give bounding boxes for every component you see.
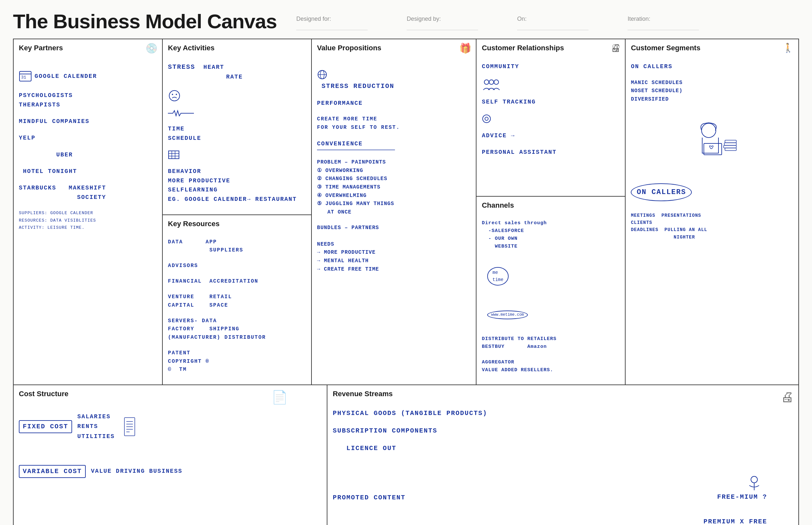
on-field: On: bbox=[517, 16, 589, 30]
document-icon: 📄 bbox=[272, 390, 288, 405]
value-propositions-title: Value Propositions bbox=[317, 44, 470, 52]
iteration-field: Iteration: bbox=[627, 16, 699, 30]
channels-title: Channels bbox=[482, 201, 620, 210]
canvas-bottom-row: Cost Structure 📄 FIXED COST SALARIES REN… bbox=[14, 385, 798, 525]
svg-point-17 bbox=[494, 80, 498, 84]
value-propositions-content: STRESS REDUCTION PERFORMANCE CREATE MORE… bbox=[317, 55, 470, 281]
designed-for-line bbox=[296, 24, 368, 30]
variable-cost-items: VALUE DRIVING BUSINESS bbox=[91, 467, 183, 476]
person-laptop-sketch bbox=[683, 121, 741, 163]
svg-rect-23 bbox=[724, 143, 736, 145]
svg-point-5 bbox=[176, 94, 177, 95]
key-activities-title: Key Activities bbox=[168, 44, 306, 52]
schedule-grid-icon bbox=[168, 150, 179, 159]
divider-line bbox=[317, 149, 395, 151]
cash-register-icon: 🖨 bbox=[781, 390, 794, 404]
key-partners-title: Key Partners bbox=[19, 44, 157, 52]
svg-rect-24 bbox=[724, 145, 736, 148]
stress-face-icon bbox=[168, 89, 181, 102]
page-title: The Business Model Canvas bbox=[13, 10, 277, 33]
key-resources-title: Key Resources bbox=[168, 220, 306, 228]
tracking-icon bbox=[482, 114, 491, 124]
channels-content: Direct sales through -SALESFORCE - OUR O… bbox=[482, 212, 620, 381]
globe-icon bbox=[317, 70, 328, 80]
variable-cost-row: VARIABLE COST VALUE DRIVING BUSINESS bbox=[19, 464, 321, 479]
svg-point-18 bbox=[483, 115, 491, 123]
key-partners-icon: 💿 bbox=[145, 43, 158, 54]
fixed-cost-items: SALARIES RENTS UTILITIES bbox=[77, 412, 115, 441]
iteration-label: Iteration: bbox=[627, 16, 699, 22]
iteration-line bbox=[627, 24, 699, 30]
channels-cell: Channels 🖨 Direct sales through -SALESFO… bbox=[477, 197, 625, 385]
customer-relationships-cell: Customer Relationships ♡ COMMUNITY SELF … bbox=[477, 39, 625, 197]
revenue-streams-title: Revenue Streams bbox=[333, 390, 793, 398]
svg-point-32 bbox=[751, 476, 757, 483]
designed-by-line bbox=[407, 24, 478, 30]
svg-point-15 bbox=[484, 80, 489, 84]
on-callers-bubble-label: ON CALLERS bbox=[631, 183, 692, 201]
svg-point-16 bbox=[489, 80, 494, 84]
header: The Business Model Canvas Designed for: … bbox=[13, 10, 799, 33]
key-activities-cell: Key Activities STRESS HEART RATE TIME SC… bbox=[163, 39, 311, 215]
community-icon bbox=[482, 79, 501, 90]
key-partners-cell: Key Partners 💿 31 GOOGLE CALENDER PSYCHO… bbox=[14, 39, 163, 385]
revenue-streams-content: PHYSICAL GOODS (TANGIBLE PRODUCTS) SUBSC… bbox=[333, 401, 793, 525]
on-line bbox=[517, 24, 589, 30]
on-label: On: bbox=[517, 16, 589, 22]
variable-cost-box: VARIABLE COST bbox=[19, 465, 86, 478]
website-oval-container: www.metime.com bbox=[482, 303, 620, 319]
svg-text:31: 31 bbox=[21, 75, 26, 80]
designed-by-field: Designed by: bbox=[407, 16, 478, 30]
key-activities-content: STRESS HEART RATE TIME SCHEDULE BEHAVIOR… bbox=[168, 55, 306, 211]
svg-point-4 bbox=[172, 94, 173, 95]
calendar-sketch-icon: 31 bbox=[19, 70, 32, 82]
revenue-streams-cell: Revenue Streams 🖨 PHYSICAL GOODS (TANGIB… bbox=[328, 385, 798, 525]
cost-structure-content: FIXED COST SALARIES RENTS UTILITIES VARI… bbox=[19, 401, 321, 497]
key-activities-resources-column: Key Activities STRESS HEART RATE TIME SC… bbox=[163, 39, 312, 385]
svg-point-3 bbox=[169, 91, 179, 101]
fixed-cost-item-salaries: SALARIES bbox=[77, 412, 115, 421]
document-sketch-icon bbox=[123, 417, 136, 436]
svg-point-20 bbox=[701, 123, 716, 138]
svg-rect-6 bbox=[169, 151, 179, 159]
fixed-cost-box: FIXED COST bbox=[19, 420, 72, 433]
header-fields: Designed for: Designed by: On: Iteration… bbox=[296, 16, 799, 30]
fixed-cost-row: FIXED COST SALARIES RENTS UTILITIES bbox=[19, 412, 321, 441]
freemium-block: FREE-MIUM ? PREMIUM X FREE bbox=[693, 461, 767, 525]
page: The Business Model Canvas Designed for: … bbox=[0, 0, 812, 525]
premium-free-label: PREMIUM X FREE bbox=[704, 518, 767, 525]
person-icon: 🚶 bbox=[782, 43, 794, 53]
designed-for-field: Designed for: bbox=[296, 16, 368, 30]
key-resources-content: DATA APP SUPPLIERS ADVISORS FINANCIAL AC… bbox=[168, 231, 306, 381]
me-time-label: me time bbox=[487, 267, 509, 286]
www-metime-label: www.metime.com bbox=[487, 311, 528, 319]
svg-rect-22 bbox=[725, 140, 736, 143]
value-propositions-cell: Value Propositions 🎁 STRESS REDUCTION PE… bbox=[312, 39, 477, 385]
fixed-cost-item-rents: RENTS bbox=[77, 422, 115, 431]
value-props-icon: 🎁 bbox=[459, 43, 471, 54]
customer-rel-channels-column: Customer Relationships ♡ COMMUNITY SELF … bbox=[477, 39, 626, 385]
hand-sketch-icon bbox=[741, 476, 767, 492]
key-resources-cell: Key Resources DATA APP SUPPLIERS ADVISOR… bbox=[163, 215, 311, 385]
cost-structure-cell: Cost Structure 📄 FIXED COST SALARIES REN… bbox=[14, 385, 328, 525]
customer-relationships-content: COMMUNITY SELF TRACKING ADVICE → PERSONA… bbox=[482, 55, 620, 164]
key-partners-content: 31 GOOGLE CALENDER PSYCHOLOGISTS THERAPI… bbox=[19, 55, 157, 239]
free-mium-label: FREE-MIUM ? bbox=[717, 493, 767, 501]
promoted-content-label: PROMOTED CONTENT bbox=[333, 493, 405, 503]
heartrate-icon bbox=[168, 109, 194, 117]
customer-segments-content: ON CALLERS MANIC SCHEDULES NOSET SCHEDUL… bbox=[631, 55, 793, 248]
fixed-cost-item-utilities: UTILITIES bbox=[77, 432, 115, 441]
business-model-canvas: Key Partners 💿 31 GOOGLE CALENDER PSYCHO… bbox=[13, 39, 799, 525]
canvas-top-row: Key Partners 💿 31 GOOGLE CALENDER PSYCHO… bbox=[14, 39, 798, 385]
customer-relationships-title: Customer Relationships bbox=[482, 44, 620, 52]
designed-for-label: Designed for: bbox=[296, 16, 368, 22]
customer-segments-cell: Customer Segments 🚶 ON CALLERS MANIC SCH… bbox=[626, 39, 798, 385]
svg-rect-25 bbox=[725, 148, 736, 151]
promoted-free-mium-row: PROMOTED CONTENT FREE-MIUM ? PREMIUM X F… bbox=[333, 461, 793, 525]
printer-icon: 🖨 bbox=[611, 43, 620, 54]
designed-by-label: Designed by: bbox=[407, 16, 478, 22]
customer-segments-title: Customer Segments bbox=[631, 44, 793, 52]
me-time-oval-container: me time bbox=[482, 259, 620, 285]
svg-point-19 bbox=[485, 117, 488, 120]
